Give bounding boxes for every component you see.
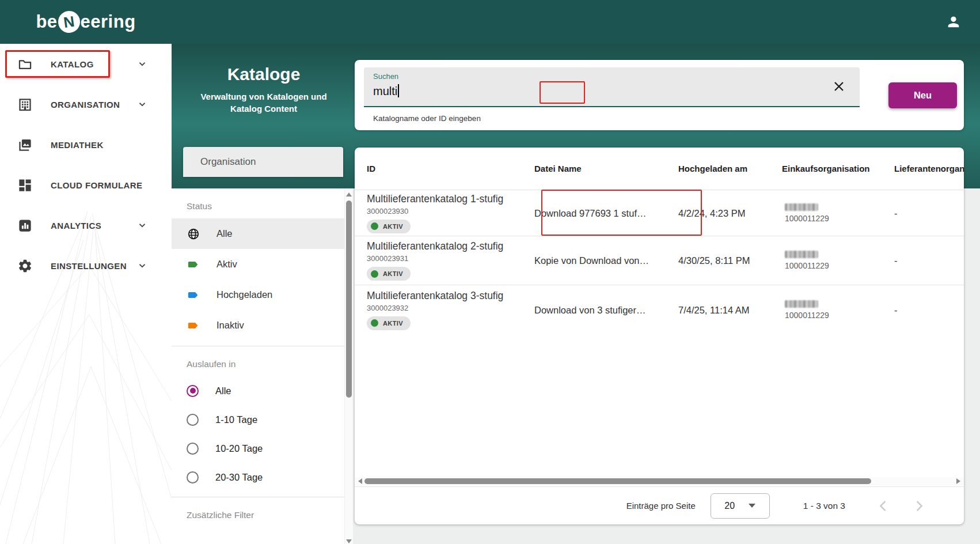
chevron-down-icon [749, 504, 755, 508]
search-input[interactable]: Suchen multi [364, 67, 860, 107]
redacted-org-name [785, 203, 818, 211]
catalog-id: 3000023932 [367, 304, 503, 312]
status-option-label: Alle [216, 228, 233, 239]
radio-button [187, 443, 199, 455]
table-row[interactable]: Multilieferantenkatalog 2-stufig 3000023… [355, 236, 964, 285]
scroll-down-icon[interactable] [346, 539, 352, 543]
sidebar-item-label: EINSTELLUNGEN [51, 261, 127, 271]
scroll-up-icon[interactable] [346, 192, 352, 197]
dashboard-icon [17, 177, 33, 193]
table-row[interactable]: Multilieferantenkatalog 1-stufig 3000023… [355, 190, 964, 236]
sidebar-item-einstellungen[interactable]: EINSTELLUNGEN [0, 252, 172, 279]
sidebar-item-label: ORGANISATION [51, 100, 120, 109]
label-icon [187, 258, 200, 271]
user-account-button[interactable] [943, 12, 964, 32]
per-page-select[interactable]: 20 [711, 493, 770, 519]
expiry-heading: Auslaufen in [187, 359, 344, 369]
catalog-id-cell: Multilieferantenkatalog 1-stufig 3000023… [367, 193, 503, 233]
purchase-org-id: 1000011229 [785, 214, 829, 223]
status-filter-inaktiv[interactable]: Inaktiv [172, 310, 344, 341]
radio-option-label: 1-10 Tage [215, 414, 257, 425]
catalog-title[interactable]: Multilieferantenkatalog 3-stufig [367, 290, 503, 302]
main-content: Kataloge Verwaltung von Katalogen und Ka… [172, 44, 980, 544]
per-page-label: Einträge pro Seite [626, 501, 696, 511]
purchase-org-cell: 1000011229 [785, 251, 829, 270]
building-icon [17, 97, 33, 112]
uploaded-at-cell: 4/30/25, 8:11 PM [678, 255, 750, 266]
radio-button [187, 414, 199, 426]
pagination-bar: Einträge pro Seite 20 1 - 3 von 3 [355, 486, 964, 524]
status-heading: Status [187, 201, 344, 211]
sidebar-item-cloud-formulare[interactable]: CLOUD FORMULARE [0, 171, 172, 199]
sidebar-item-label: ANALYTICS [51, 221, 101, 231]
page-title: Kataloge [184, 65, 343, 84]
scroll-right-icon[interactable] [956, 478, 960, 484]
catalog-title[interactable]: Multilieferantenkatalog 1-stufig [367, 193, 503, 205]
scrollbar-thumb[interactable] [346, 201, 352, 398]
logo-n-icon: N [56, 10, 81, 35]
previous-page-button[interactable] [875, 498, 891, 514]
status-filter-alle[interactable]: Alle [172, 218, 344, 249]
status-filter-hochgeladen[interactable]: Hochgeladen [172, 279, 344, 310]
scrollbar-thumb[interactable] [364, 478, 871, 484]
sidebar-item-label: KATALOG [51, 59, 94, 69]
expiry-filter-1-10-tage[interactable]: 1-10 Tage [172, 405, 344, 434]
catalog-title[interactable]: Multilieferantenkatalog 2-stufig [367, 240, 503, 252]
sidebar-item-katalog[interactable]: KATALOG [0, 50, 172, 78]
pagination-range: 1 - 3 von 3 [803, 501, 845, 511]
file-name-cell: Download 977693 1 stuf… [534, 207, 646, 218]
radio-option-label: 10-20 Tage [215, 443, 263, 454]
sidebar-item-label: MEDIATHEK [51, 140, 104, 150]
sidebar-item-analytics[interactable]: ANALYTICS [0, 211, 172, 239]
status-filter-list: Alle Aktiv Hochgeladen Inaktiv [172, 218, 344, 341]
search-input-label: Suchen [373, 72, 398, 81]
search-input-value: multi [373, 84, 399, 98]
status-filter-aktiv[interactable]: Aktiv [172, 249, 344, 279]
column-header-lieferantenorganisation: Lieferantenorganisation [894, 164, 964, 173]
catalog-id: 3000023931 [367, 254, 503, 263]
media-icon [17, 137, 33, 153]
table-row[interactable]: Multilieferantenkatalog 3-stufig 3000023… [355, 285, 964, 334]
page-title-block: Kataloge Verwaltung von Katalogen und Ka… [184, 65, 343, 115]
logo-text-right: eering [81, 12, 136, 32]
purchase-org-id: 1000011229 [785, 261, 829, 270]
supplier-org-cell: - [894, 207, 898, 218]
status-badge: AKTIV [367, 267, 411, 281]
label-icon [187, 319, 200, 332]
expiry-filter-alle[interactable]: Alle [172, 376, 344, 405]
globe-icon [187, 228, 200, 240]
column-header-id: ID [367, 164, 375, 173]
scroll-left-icon[interactable] [358, 478, 362, 484]
clear-search-icon[interactable] [831, 78, 847, 95]
analytics-icon [17, 218, 33, 233]
supplier-org-cell: - [894, 304, 898, 315]
filter-scrollbar[interactable] [345, 188, 353, 544]
chevron-down-icon [137, 59, 147, 69]
supplier-org-cell: - [894, 255, 898, 266]
table-body: Multilieferantenkatalog 1-stufig 3000023… [355, 190, 964, 334]
table-horizontal-scrollbar[interactable] [355, 477, 964, 486]
sidebar-item-mediathek[interactable]: MEDIATHEK [0, 131, 172, 158]
expiry-filter-20-30-tage[interactable]: 20-30 Tage [172, 463, 344, 492]
purchase-org-cell: 1000011229 [785, 300, 829, 320]
radio-button [187, 471, 199, 483]
next-page-button[interactable] [911, 498, 927, 514]
column-header-datei-name: Datei Name [534, 164, 582, 173]
expiry-filter-10-20-tage[interactable]: 10-20 Tage [172, 434, 344, 463]
sidebar-item-label: CLOUD FORMULARE [51, 180, 142, 190]
organisation-select[interactable]: Organisation [183, 147, 343, 177]
divider [172, 346, 344, 346]
sidebar-item-organisation[interactable]: ORGANISATION [0, 90, 172, 118]
redacted-org-name [785, 251, 818, 258]
status-badge: AKTIV [367, 316, 411, 330]
top-app-bar: beNeering [0, 0, 980, 44]
status-badge-label: AKTIV [383, 223, 403, 230]
new-catalog-button[interactable]: Neu [888, 82, 957, 108]
status-dot-icon [371, 222, 378, 230]
redacted-org-name [785, 300, 818, 308]
status-badge-label: AKTIV [383, 320, 403, 327]
search-helper-text: Katalogname oder ID eingeben [373, 114, 481, 123]
status-dot-icon [371, 319, 378, 327]
uploaded-at-cell: 4/2/24, 4:23 PM [678, 207, 746, 218]
column-header-hochgeladen-am: Hochgeladen am [678, 164, 747, 173]
